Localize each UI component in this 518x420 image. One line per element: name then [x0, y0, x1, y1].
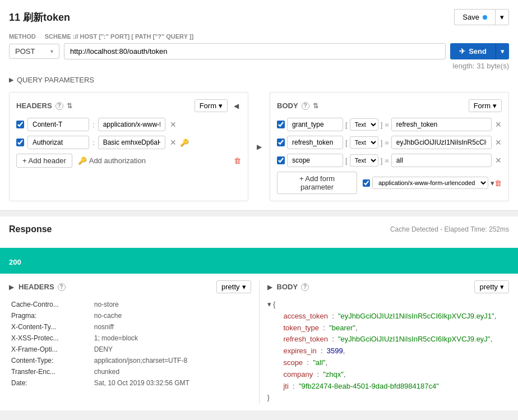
save-button[interactable]: Save	[454, 9, 495, 25]
headers-form-label: Form	[200, 101, 216, 110]
resp-headers-pretty-button[interactable]: pretty ▾	[216, 280, 251, 293]
equals-1: =	[385, 121, 389, 129]
bracket-open-1: [	[345, 121, 348, 129]
save-dot-icon	[483, 15, 487, 20]
body-pretty-chevron-icon: ▾	[500, 283, 504, 291]
body-row-2-checkbox[interactable]	[277, 139, 285, 146]
body-row-2-type[interactable]: Text File	[350, 136, 378, 149]
lock-icon: 🔑	[78, 156, 87, 165]
table-row: Date: Sat, 10 Oct 2019 03:32:56 GMT	[9, 377, 251, 389]
bracket-close-3: ]	[381, 156, 383, 165]
resp-headers-label: HEADERS	[18, 283, 54, 291]
method-select[interactable]: POST ▾	[9, 44, 59, 59]
header-row-1-checkbox[interactable]	[16, 121, 24, 128]
headers-delete-icon[interactable]: 🗑	[234, 156, 241, 165]
send-dropdown-button[interactable]: ▾	[496, 43, 509, 59]
colon-1: :	[92, 121, 95, 129]
header-row-2-checkbox[interactable]	[16, 139, 24, 146]
header-value: Sat, 10 Oct 2019 03:32:56 GMT	[92, 377, 251, 389]
body-delete-icon[interactable]: 🗑	[494, 179, 502, 187]
send-label: Send	[469, 47, 487, 56]
bracket-close-1: ]	[381, 121, 383, 129]
status-bar: 200	[0, 248, 518, 274]
body-row-2-value[interactable]	[391, 136, 492, 149]
headers-toggle-arrow[interactable]: ◀	[231, 101, 241, 111]
send-btn-group: ✈ Send ▾	[450, 43, 509, 59]
body-sort-icon[interactable]: ⇅	[313, 102, 318, 110]
header-row-2-value[interactable]	[98, 136, 165, 149]
add-auth-button[interactable]: 🔑 Add authorization	[78, 156, 146, 165]
body-row-2-close-icon[interactable]: ✕	[495, 138, 502, 147]
body-row-1-key[interactable]	[287, 118, 343, 131]
save-dropdown-button[interactable]: ▾	[495, 9, 509, 25]
body-row: [ Text File ] = ✕	[277, 154, 502, 167]
resp-headers-expand-icon[interactable]: ▶	[9, 283, 14, 291]
header-key: Cache-Contro...	[9, 299, 92, 310]
headers-form-chevron-icon: ▾	[219, 101, 223, 110]
body-form-button[interactable]: Form ▾	[469, 99, 502, 112]
body-row-3-value[interactable]	[391, 154, 492, 167]
add-header-label: + Add header	[22, 156, 66, 165]
send-button[interactable]: ✈ Send	[450, 43, 496, 59]
headers-title: HEADERS ? ⇅	[16, 101, 72, 110]
encoding-select[interactable]: application/x-www-form-urlencoded multip…	[372, 177, 488, 189]
body-row-3-checkbox[interactable]	[277, 156, 285, 164]
table-row: X-Content-Ty... nosniff	[9, 321, 251, 333]
response-body-panel: ▶ BODY ? pretty ▾ ▾ { access_token : "ey…	[267, 280, 510, 404]
resp-body-pretty-button[interactable]: pretty ▾	[474, 280, 509, 293]
resp-body-expand-icon[interactable]: ▶	[267, 283, 272, 291]
header-row-1-close-icon[interactable]: ✕	[170, 120, 177, 129]
body-row-1-close-icon[interactable]: ✕	[495, 120, 502, 129]
header-row-2-lock-icon[interactable]: 🔑	[180, 139, 189, 147]
bracket-open-2: [	[345, 139, 348, 147]
resp-body-title: BODY ?	[277, 283, 309, 291]
header-key: Pragma:	[9, 310, 92, 321]
body-row: [ Text File ] = ✕	[277, 118, 502, 131]
body-row-2-key[interactable]	[287, 136, 343, 149]
resp-headers-title: HEADERS ?	[18, 283, 66, 291]
add-param-button[interactable]: + Add form parameter	[277, 172, 357, 194]
equals-3: =	[385, 156, 389, 165]
encoding-checkbox[interactable]	[363, 179, 370, 187]
table-row: X-Frame-Opti... DENY	[9, 344, 251, 355]
header-row-2-key[interactable]	[27, 136, 89, 149]
body-row-1-type[interactable]: Text File	[350, 118, 378, 131]
body-row-3-close-icon[interactable]: ✕	[495, 156, 502, 165]
panel-divider	[259, 280, 260, 404]
body-row-1-checkbox[interactable]	[277, 121, 285, 128]
header-row-1-value[interactable]	[98, 118, 165, 131]
panel-expand-arrow[interactable]: ▶	[254, 142, 264, 152]
query-params-toggle[interactable]: ▶ QUERY PARAMETERS	[9, 73, 509, 86]
body-row-1-value[interactable]	[391, 118, 492, 131]
length-info: length: 31 byte(s)	[453, 62, 509, 70]
body-label: BODY	[277, 101, 298, 110]
body-form-label: Form	[474, 101, 491, 110]
method-label: METHOD	[9, 33, 36, 40]
headers-sort-icon[interactable]: ⇅	[67, 102, 72, 110]
resp-headers-info-icon[interactable]: ?	[58, 283, 66, 291]
body-panel: BODY ? ⇅ Form ▾ [ Text File	[270, 92, 509, 201]
header-row-1-key[interactable]	[27, 118, 89, 131]
body-row-3-type[interactable]: Text File	[350, 154, 378, 167]
table-row: X-XSS-Protec... 1; mode=block	[9, 333, 251, 344]
page-title: 11 刷新token	[9, 11, 70, 24]
pretty-chevron-icon: ▾	[242, 283, 246, 291]
resp-body-label: BODY	[277, 283, 298, 291]
headers-form-button[interactable]: Form ▾	[195, 99, 228, 112]
add-param-label: + Add form parameter	[283, 174, 351, 191]
body-row-3-key[interactable]	[287, 154, 343, 167]
bracket-close-2: ]	[381, 139, 383, 147]
query-params-arrow-icon: ▶	[9, 76, 13, 84]
headers-info-icon[interactable]: ?	[55, 102, 63, 110]
resp-body-pretty-label: pretty	[479, 283, 498, 291]
equals-2: =	[385, 139, 389, 147]
body-info-icon[interactable]: ?	[302, 102, 309, 110]
header-key: Date:	[9, 377, 92, 389]
header-row-2-close-icon[interactable]: ✕	[170, 138, 177, 147]
send-chevron-icon: ▾	[501, 47, 505, 56]
scheme-label: SCHEME :// HOST [":" PORT] [ PATH ["?" Q…	[45, 33, 194, 40]
body-row: [ Text File ] = ✕	[277, 136, 502, 149]
resp-body-info-icon[interactable]: ?	[301, 283, 309, 291]
url-input[interactable]	[64, 43, 446, 59]
add-header-button[interactable]: + Add header	[16, 154, 72, 168]
